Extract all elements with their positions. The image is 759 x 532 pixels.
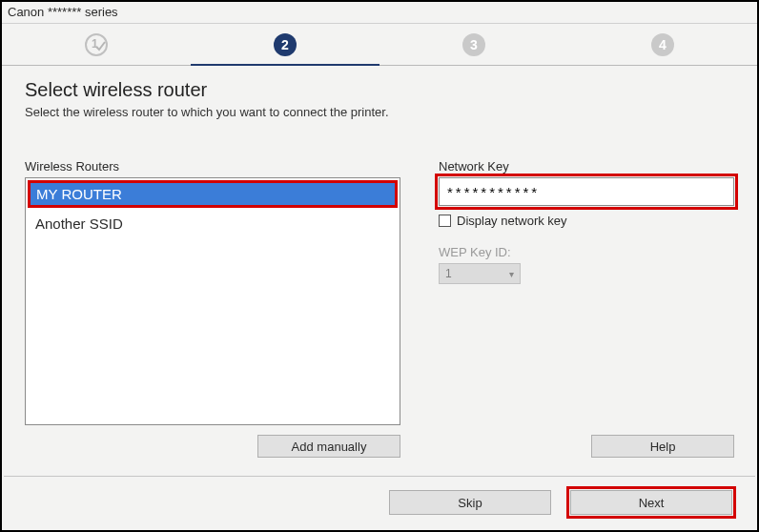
- stepper: 1 2 3 4: [2, 24, 757, 66]
- network-key-label: Network Key: [439, 159, 734, 174]
- step-2-active-icon: 2: [274, 33, 297, 56]
- skip-button[interactable]: Skip: [389, 490, 551, 515]
- display-key-checkbox[interactable]: [439, 215, 451, 227]
- help-button[interactable]: Help: [591, 435, 734, 458]
- step-3: 3: [380, 24, 568, 65]
- footer: Skip Next: [4, 476, 755, 528]
- routers-label: Wireless Routers: [25, 159, 400, 174]
- window-title: Canon ******* series: [2, 2, 757, 24]
- router-item-selected[interactable]: MY ROUTER: [29, 181, 397, 207]
- step-4: 4: [568, 24, 757, 65]
- step-2: 2: [191, 24, 380, 65]
- step-3-icon: 3: [462, 33, 485, 56]
- add-manually-button[interactable]: Add manually: [257, 435, 400, 458]
- step-4-icon: 4: [651, 33, 674, 56]
- chevron-down-icon: ▾: [509, 269, 514, 279]
- setup-window: Canon ******* series 1 2 3 4 Select wire…: [0, 0, 759, 532]
- wep-key-select: 1 ▾: [439, 263, 521, 284]
- network-key-input[interactable]: [439, 177, 734, 206]
- step-1-done-icon: 1: [85, 33, 108, 56]
- page-subtitle: Select the wireless router to which you …: [25, 105, 734, 119]
- next-button[interactable]: Next: [570, 490, 732, 515]
- router-item[interactable]: Another SSID: [26, 210, 400, 237]
- wep-label: WEP Key ID:: [439, 245, 734, 259]
- page-title: Select wireless router: [25, 79, 734, 101]
- step-1: 1: [2, 24, 191, 65]
- display-key-label: Display network key: [457, 214, 567, 228]
- routers-listbox[interactable]: MY ROUTER Another SSID: [25, 177, 400, 425]
- wep-key-value: 1: [445, 267, 452, 280]
